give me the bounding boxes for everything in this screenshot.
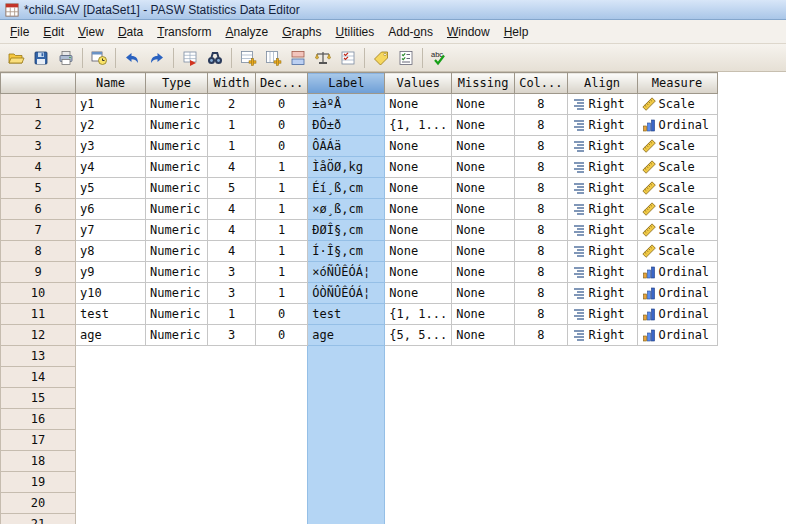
cell-align[interactable] (567, 493, 637, 514)
cell-align[interactable] (567, 514, 637, 524)
cell-align[interactable] (567, 367, 637, 388)
cell-missing[interactable] (452, 409, 515, 430)
cell-measure[interactable]: Scale (637, 136, 717, 157)
cell-type[interactable]: Numeric (146, 115, 208, 136)
cell-missing[interactable]: None (452, 241, 515, 262)
cell-decimals[interactable]: 0 (256, 325, 308, 346)
cell-type[interactable]: Numeric (146, 199, 208, 220)
cell-columns[interactable] (515, 514, 567, 524)
cell-values[interactable]: {1, 1... (385, 115, 452, 136)
cell-type[interactable]: Numeric (146, 157, 208, 178)
cell-label[interactable] (308, 430, 385, 451)
column-header-decimals[interactable]: Dec... (256, 73, 308, 94)
cell-name[interactable]: y3 (76, 136, 146, 157)
cell-values[interactable]: None (385, 283, 452, 304)
cell-name[interactable]: y7 (76, 220, 146, 241)
row-number[interactable]: 13 (1, 346, 76, 367)
goto-case-button[interactable] (178, 46, 202, 70)
cell-decimals[interactable] (256, 367, 308, 388)
cell-decimals[interactable]: 1 (256, 241, 308, 262)
cell-type[interactable]: Numeric (146, 325, 208, 346)
cell-decimals[interactable]: 0 (256, 94, 308, 115)
cell-align[interactable] (567, 409, 637, 430)
use-sets-button[interactable] (394, 46, 418, 70)
cell-decimals[interactable] (256, 409, 308, 430)
cell-values[interactable] (385, 409, 452, 430)
cell-measure[interactable] (637, 409, 717, 430)
menu-data[interactable]: Data (111, 21, 150, 43)
cell-missing[interactable] (452, 451, 515, 472)
cell-measure[interactable]: Scale (637, 178, 717, 199)
cell-name[interactable]: y8 (76, 241, 146, 262)
cell-decimals[interactable] (256, 472, 308, 493)
row-number[interactable]: 20 (1, 493, 76, 514)
cell-width[interactable]: 2 (208, 94, 256, 115)
split-file-button[interactable] (286, 46, 310, 70)
cell-columns[interactable]: 8 (515, 199, 567, 220)
row-number[interactable]: 1 (1, 94, 76, 115)
cell-label[interactable] (308, 409, 385, 430)
cell-type[interactable]: Numeric (146, 220, 208, 241)
cell-measure[interactable] (637, 472, 717, 493)
cell-missing[interactable]: None (452, 115, 515, 136)
cell-values[interactable] (385, 367, 452, 388)
column-header-label[interactable]: Label (308, 73, 385, 94)
cell-decimals[interactable] (256, 346, 308, 367)
menu-edit[interactable]: Edit (36, 21, 71, 43)
spell-check-button[interactable]: abc (427, 46, 451, 70)
cell-columns[interactable]: 8 (515, 220, 567, 241)
cell-columns[interactable]: 8 (515, 304, 567, 325)
cell-width[interactable]: 4 (208, 199, 256, 220)
cell-missing[interactable]: None (452, 304, 515, 325)
cell-columns[interactable] (515, 346, 567, 367)
row-number[interactable]: 17 (1, 430, 76, 451)
cell-measure[interactable] (637, 346, 717, 367)
row-number[interactable]: 2 (1, 115, 76, 136)
print-button[interactable] (54, 46, 78, 70)
row-number[interactable]: 8 (1, 241, 76, 262)
menu-help[interactable]: Help (497, 21, 536, 43)
row-number[interactable]: 18 (1, 451, 76, 472)
cell-label[interactable] (308, 451, 385, 472)
cell-label[interactable]: ÌåÖØ,kg (308, 157, 385, 178)
cell-measure[interactable]: Ordinal (637, 304, 717, 325)
cell-columns[interactable] (515, 493, 567, 514)
cell-type[interactable]: Numeric (146, 283, 208, 304)
cell-measure[interactable]: Scale (637, 157, 717, 178)
app-icon[interactable] (5, 3, 19, 17)
column-header-name[interactable]: Name (76, 73, 146, 94)
cell-decimals[interactable]: 0 (256, 304, 308, 325)
cell-type[interactable]: Numeric (146, 94, 208, 115)
cell-measure[interactable]: Scale (637, 241, 717, 262)
cell-width[interactable] (208, 514, 256, 524)
cell-measure[interactable]: Ordinal (637, 283, 717, 304)
cell-align[interactable] (567, 346, 637, 367)
cell-align[interactable]: Right (567, 178, 637, 199)
cell-missing[interactable] (452, 472, 515, 493)
cell-measure[interactable]: Scale (637, 94, 717, 115)
cell-measure[interactable]: Scale (637, 220, 717, 241)
cell-decimals[interactable]: 0 (256, 136, 308, 157)
menu-graphs[interactable]: Graphs (275, 21, 328, 43)
cell-align[interactable]: Right (567, 325, 637, 346)
cell-decimals[interactable]: 1 (256, 283, 308, 304)
cell-type[interactable]: Numeric (146, 136, 208, 157)
cell-columns[interactable]: 8 (515, 94, 567, 115)
cell-columns[interactable] (515, 451, 567, 472)
cell-name[interactable] (76, 346, 146, 367)
cell-columns[interactable]: 8 (515, 115, 567, 136)
cell-decimals[interactable] (256, 493, 308, 514)
value-labels-button[interactable] (369, 46, 393, 70)
cell-values[interactable]: None (385, 94, 452, 115)
undo-button[interactable] (120, 46, 144, 70)
cell-name[interactable]: y4 (76, 157, 146, 178)
cell-label[interactable]: Éí¸ß,cm (308, 178, 385, 199)
cell-decimals[interactable] (256, 514, 308, 524)
cell-width[interactable] (208, 409, 256, 430)
cell-align[interactable] (567, 388, 637, 409)
row-number[interactable]: 7 (1, 220, 76, 241)
cell-label[interactable]: ÐØÎ§,cm (308, 220, 385, 241)
open-data-button[interactable] (4, 46, 28, 70)
cell-decimals[interactable]: 1 (256, 199, 308, 220)
cell-measure[interactable] (637, 493, 717, 514)
